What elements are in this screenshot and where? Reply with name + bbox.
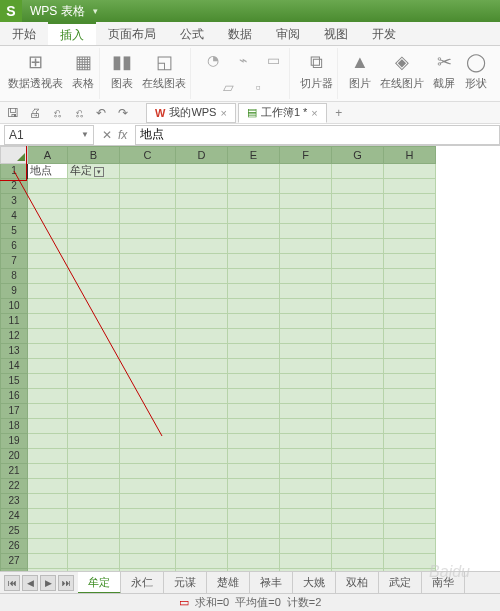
cell[interactable] (176, 494, 228, 509)
cell[interactable] (28, 179, 68, 194)
cell[interactable] (28, 314, 68, 329)
screenshot-button[interactable]: ✂截屏 (432, 50, 456, 91)
qat-save-icon[interactable]: 🖫 (4, 104, 22, 122)
tab-developer[interactable]: 开发 (360, 22, 408, 45)
cell[interactable] (120, 524, 176, 539)
cell[interactable] (28, 284, 68, 299)
pivot-table-button[interactable]: ⊞数据透视表 (8, 50, 63, 91)
online-chart-button[interactable]: ◱在线图表 (142, 50, 186, 91)
cell[interactable] (384, 539, 436, 554)
qat-preview-icon[interactable]: ⎌ (70, 104, 88, 122)
cell[interactable] (384, 209, 436, 224)
row-header[interactable]: 3 (0, 194, 28, 209)
cell[interactable] (280, 374, 332, 389)
cell[interactable] (120, 419, 176, 434)
cell[interactable] (28, 419, 68, 434)
formula-input[interactable] (135, 125, 500, 145)
tab-view[interactable]: 视图 (312, 22, 360, 45)
cell[interactable] (176, 194, 228, 209)
cell[interactable] (332, 299, 384, 314)
cell[interactable] (280, 404, 332, 419)
tab-page-layout[interactable]: 页面布局 (96, 22, 168, 45)
cell[interactable] (228, 554, 280, 569)
cell[interactable] (228, 404, 280, 419)
cell[interactable] (332, 404, 384, 419)
cell[interactable] (384, 404, 436, 419)
cell[interactable] (228, 299, 280, 314)
cell[interactable] (384, 344, 436, 359)
cell[interactable] (120, 179, 176, 194)
cell[interactable] (120, 449, 176, 464)
cell[interactable] (280, 539, 332, 554)
cell[interactable] (68, 464, 120, 479)
row-header[interactable]: 19 (0, 434, 28, 449)
cell[interactable] (280, 419, 332, 434)
row-header[interactable]: 9 (0, 284, 28, 299)
cell[interactable] (280, 344, 332, 359)
cell[interactable] (120, 299, 176, 314)
cell[interactable] (384, 239, 436, 254)
cell[interactable] (176, 314, 228, 329)
cell[interactable] (176, 329, 228, 344)
col-header-h[interactable]: H (384, 146, 436, 164)
cell[interactable] (176, 239, 228, 254)
tab-formula[interactable]: 公式 (168, 22, 216, 45)
close-icon[interactable]: × (311, 107, 317, 119)
cell[interactable] (176, 344, 228, 359)
cell[interactable] (332, 434, 384, 449)
chart-type-2-icon[interactable]: ⌁ (231, 50, 255, 70)
row-header[interactable]: 23 (0, 494, 28, 509)
cell[interactable] (68, 179, 120, 194)
cell[interactable] (332, 554, 384, 569)
cell[interactable] (68, 449, 120, 464)
cell[interactable] (28, 449, 68, 464)
cell[interactable] (176, 524, 228, 539)
sheet-next-icon[interactable]: ▶ (40, 575, 56, 591)
cell[interactable] (120, 464, 176, 479)
cell[interactable] (176, 479, 228, 494)
cell[interactable] (120, 479, 176, 494)
cell[interactable] (68, 299, 120, 314)
cell[interactable] (120, 509, 176, 524)
cell[interactable] (68, 419, 120, 434)
chart-type-4-icon[interactable]: ▱ (216, 77, 240, 97)
qat-undo-icon[interactable]: ↶ (92, 104, 110, 122)
tab-insert[interactable]: 插入 (48, 22, 96, 45)
cell[interactable] (384, 494, 436, 509)
sheet-tab[interactable]: 禄丰 (250, 572, 293, 594)
cell[interactable] (384, 479, 436, 494)
cell[interactable] (280, 524, 332, 539)
cell[interactable] (120, 239, 176, 254)
cell[interactable] (228, 434, 280, 449)
cell[interactable] (228, 479, 280, 494)
cell[interactable] (28, 464, 68, 479)
cell[interactable] (28, 269, 68, 284)
col-header-c[interactable]: C (120, 146, 176, 164)
cell[interactable] (176, 224, 228, 239)
cell[interactable] (228, 359, 280, 374)
cell[interactable] (228, 209, 280, 224)
row-header[interactable]: 4 (0, 209, 28, 224)
cell[interactable] (68, 404, 120, 419)
cell[interactable] (280, 179, 332, 194)
sheet-tab[interactable]: 南华 (422, 572, 465, 594)
cell[interactable] (384, 164, 436, 179)
qat-print-icon[interactable]: 🖨 (26, 104, 44, 122)
cell[interactable] (68, 239, 120, 254)
sheet-tab[interactable]: 永仁 (121, 572, 164, 594)
cell[interactable] (280, 239, 332, 254)
cell[interactable] (332, 494, 384, 509)
cell[interactable] (120, 389, 176, 404)
cell[interactable] (228, 419, 280, 434)
cell[interactable] (120, 539, 176, 554)
cell[interactable] (384, 554, 436, 569)
image-button[interactable]: ▲图片 (348, 50, 372, 91)
cell[interactable] (228, 344, 280, 359)
cell[interactable] (384, 329, 436, 344)
cell[interactable] (332, 329, 384, 344)
cell[interactable] (384, 314, 436, 329)
cell[interactable] (120, 434, 176, 449)
row-header[interactable]: 16 (0, 389, 28, 404)
cell[interactable] (28, 524, 68, 539)
cell[interactable] (28, 359, 68, 374)
